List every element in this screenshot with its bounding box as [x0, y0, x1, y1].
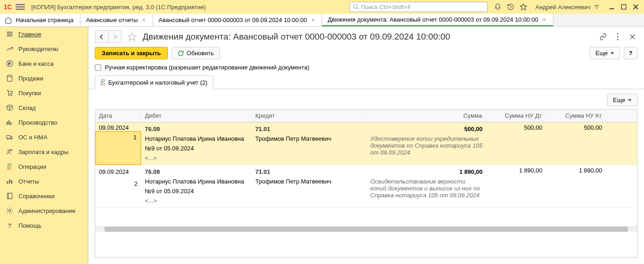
col-credit[interactable]: Кредит [252, 109, 367, 122]
cart-icon [6, 89, 14, 97]
nav-warehouse[interactable]: Склад [0, 100, 88, 115]
favorite-button[interactable] [126, 31, 138, 43]
svg-rect-32 [7, 193, 12, 199]
svg-point-34 [9, 210, 11, 212]
cell-credit: 71.01 Трофимов Петр Матвеевич [252, 122, 367, 165]
write-close-button[interactable]: Записать и закрыть [95, 47, 168, 59]
app-logo: 1C [2, 3, 14, 11]
close-icon[interactable]: × [310, 17, 316, 23]
app-title: [КОПИЯ] Бухгалтерия предприятия, ред. 3.… [27, 4, 206, 11]
home-tab[interactable]: Начальная страница [0, 14, 80, 26]
grid-more-button[interactable]: Еще [607, 94, 638, 106]
link-icon[interactable] [598, 32, 608, 42]
tab-label: Авансовые отчеты [86, 17, 138, 23]
cell-sum: 1 890,00 Освидетельствование верности ко… [367, 165, 486, 207]
sidebar: Главное Руководителю ₽Банк и касса Прода… [0, 27, 88, 264]
nav-catalogs[interactable]: Справочники [0, 189, 88, 203]
nav-label: ОС и НМА [18, 134, 47, 141]
nav-purchases[interactable]: Покупки [0, 86, 88, 100]
svg-line-19 [10, 106, 12, 108]
more-button[interactable]: Еще [590, 47, 620, 59]
close-button[interactable] [631, 2, 640, 11]
nav-reports[interactable]: Отчеты [0, 174, 88, 189]
horizontal-scrollbar[interactable] [95, 226, 637, 232]
svg-rect-24 [6, 136, 10, 138]
nav-label: Покупки [18, 90, 41, 97]
search-input[interactable] [361, 4, 484, 11]
bell-icon[interactable] [493, 2, 502, 11]
nav-label: Отчеты [18, 178, 39, 185]
nav-assets[interactable]: ОС и НМА [0, 130, 88, 144]
star-icon[interactable] [519, 2, 528, 11]
svg-marker-42 [628, 99, 632, 101]
tab-0[interactable]: Авансовые отчеты × [80, 14, 153, 26]
manual-edit-label: Ручная корректировка (разрешает редактир… [105, 64, 310, 71]
tab-1[interactable]: Авансовый отчет 0000-000003 от 09.09.202… [153, 14, 322, 26]
forward-button[interactable] [108, 31, 121, 43]
svg-rect-29 [7, 181, 8, 184]
menu-icon[interactable] [16, 2, 25, 11]
col-date[interactable]: Дата [95, 109, 141, 122]
svg-rect-21 [6, 122, 8, 125]
manual-edit-checkbox[interactable] [95, 64, 101, 71]
svg-rect-22 [8, 121, 10, 125]
cell-nu-dt: 500,00 [486, 122, 546, 165]
nav-salary[interactable]: Зарплата и кадры [0, 144, 88, 159]
nav-production[interactable]: Производство [0, 115, 88, 130]
kebab-icon[interactable] [613, 32, 623, 42]
nav-label: Руководителю [18, 46, 58, 52]
back-button[interactable] [95, 31, 108, 43]
chevron-down-icon [628, 98, 632, 102]
table-row[interactable]: 09.09.2024 1 76.09 Нотариус Платова Ирин… [95, 122, 637, 165]
svg-point-0 [354, 5, 357, 8]
home-tab-label: Начальная страница [16, 17, 74, 23]
help-button[interactable]: ? [624, 47, 638, 59]
close-page-button[interactable] [627, 32, 638, 42]
truck-icon [6, 133, 14, 141]
svg-rect-31 [11, 180, 12, 184]
maximize-button[interactable] [619, 2, 628, 11]
refresh-button[interactable]: Обновить [172, 47, 220, 59]
entries-grid[interactable]: Дата Дебет Кредит Сумма Сумма НУ Дт Сумм… [95, 109, 638, 258]
more-label: Еще [613, 97, 625, 103]
nav-operations[interactable]: ДтКтОперации [0, 159, 88, 174]
user-name: Андрей Алексеевич [535, 4, 591, 11]
refresh-icon [178, 50, 184, 57]
nav-label: Помощь [18, 222, 41, 229]
table-row[interactable]: 09.09.2024 2 76.09 Нотариус Платова Ирин… [95, 165, 637, 208]
tab-label: Авансовый отчет 0000-000003 от 09.09.202… [159, 17, 307, 23]
minimize-button[interactable] [607, 2, 616, 11]
bag-icon [6, 74, 14, 82]
factory-icon [6, 118, 14, 126]
cell-nu-kt: 1 890,00 [546, 165, 606, 207]
cell-nu-dt: 1 890,00 [486, 165, 546, 207]
dtkt-icon: ДтКт [101, 79, 105, 86]
nav-admin[interactable]: Администрирование [0, 203, 88, 218]
nav-label: Справочники [18, 193, 55, 200]
nav-bank[interactable]: ₽Банк и касса [0, 56, 88, 71]
cell-debit: 76.09 Нотариус Платова Ирина Ивановна №9… [141, 122, 252, 165]
user-menu[interactable]: Андрей Алексеевич [532, 4, 604, 11]
chart-icon [6, 45, 14, 53]
col-debit[interactable]: Дебет [141, 109, 252, 122]
nav-manager[interactable]: Руководителю [0, 41, 88, 56]
col-nu-kt[interactable]: Сумма НУ Кт [546, 109, 606, 122]
svg-line-18 [7, 106, 10, 108]
nav-main[interactable]: Главное [0, 27, 88, 41]
close-icon[interactable]: × [141, 17, 147, 23]
svg-point-16 [8, 95, 9, 96]
col-sum[interactable]: Сумма [367, 109, 486, 122]
history-icon[interactable] [506, 2, 515, 11]
nav-sales[interactable]: Продажи [0, 71, 88, 86]
row-number-selected: 1 [95, 131, 141, 165]
close-icon[interactable]: × [541, 17, 547, 23]
search-input-wrap[interactable] [350, 2, 488, 12]
col-nu-dt[interactable]: Сумма НУ Дт [486, 109, 546, 122]
user-menu-icon [593, 4, 600, 10]
people-icon [6, 148, 14, 156]
svg-rect-7 [621, 5, 626, 9]
doc-tab-accounting[interactable]: ДтКт Бухгалтерский и налоговый учет (2) [95, 75, 213, 89]
more-label: Еще [596, 50, 608, 57]
tab-2[interactable]: Движения документа: Авансовый отчет 0000… [322, 14, 553, 26]
nav-help[interactable]: ?Помощь [0, 218, 88, 233]
